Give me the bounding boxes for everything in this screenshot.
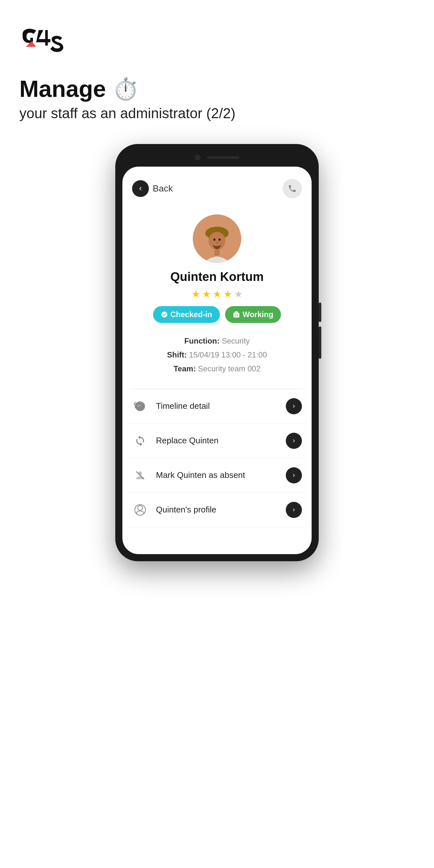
- star-5: ★: [234, 288, 243, 300]
- svg-rect-7: [214, 249, 220, 256]
- function-value: Security: [222, 337, 250, 345]
- header-section: Manage ⏱️ your staff as an administrator…: [20, 75, 236, 121]
- profile-section: Quinten Kortum ★ ★ ★ ★ ★: [122, 205, 312, 389]
- page-wrapper: Manage ⏱️ your staff as an administrator…: [0, 0, 434, 868]
- checked-in-label: Checked-in: [170, 310, 212, 319]
- timeline-label: Timeline detail: [156, 401, 286, 411]
- checked-in-badge: Checked-in: [153, 306, 220, 323]
- speaker-bar: [207, 156, 239, 159]
- back-button[interactable]: Back: [132, 180, 173, 197]
- menu-item-absent[interactable]: Mark Quinten as absent: [127, 458, 307, 493]
- menu-item-replace[interactable]: Replace Quinten: [127, 424, 307, 458]
- timeline-chevron[interactable]: [286, 398, 302, 414]
- team-value: Security team 002: [198, 364, 260, 373]
- header-title: Manage ⏱️: [20, 75, 236, 102]
- profile-menu-icon: [132, 502, 148, 518]
- menu-list: Timeline detail: [122, 389, 312, 527]
- phone-outer: Back: [115, 144, 319, 561]
- header-subtitle: your staff as an administrator (2/2): [20, 105, 236, 121]
- stars-row: ★ ★ ★ ★ ★: [191, 288, 243, 300]
- title-text: Manage: [20, 75, 106, 102]
- app-header: Back: [122, 166, 312, 205]
- team-label: Team:: [174, 364, 196, 373]
- function-line: Function: Security: [167, 334, 267, 348]
- svg-point-5: [219, 239, 221, 241]
- profile-menu-label: Quinten's profile: [156, 505, 286, 515]
- phone-screen: Back: [122, 166, 312, 554]
- phone-call-icon: [288, 184, 297, 193]
- svg-point-4: [213, 239, 215, 241]
- phone-mockup: Back: [115, 144, 319, 561]
- svg-point-6: [216, 242, 218, 243]
- side-button-1: [319, 303, 321, 322]
- info-section: Function: Security Shift: 15/04/19 13:00…: [167, 334, 267, 376]
- phone-call-button[interactable]: [283, 179, 302, 198]
- working-label: Working: [243, 310, 274, 319]
- svg-point-14: [135, 504, 146, 515]
- badges-row: Checked-in Working: [153, 306, 281, 323]
- shift-label: Shift:: [167, 350, 187, 359]
- replace-icon: [132, 433, 148, 449]
- app-content: Back: [122, 166, 312, 527]
- chevron-right-icon-1: [291, 403, 297, 409]
- back-arrow-circle: [132, 180, 149, 197]
- avatar: [193, 214, 241, 263]
- shift-value: 15/04/19 13:00 - 21:00: [189, 350, 267, 359]
- star-1: ★: [191, 288, 200, 300]
- shift-line: Shift: 15/04/19 13:00 - 21:00: [167, 348, 267, 362]
- checked-in-icon: [161, 311, 168, 318]
- chevron-right-icon-3: [291, 472, 297, 478]
- menu-item-profile[interactable]: Quinten's profile: [127, 493, 307, 527]
- profile-chevron[interactable]: [286, 502, 302, 518]
- chevron-right-icon-2: [291, 438, 297, 444]
- team-line: Team: Security team 002: [167, 362, 267, 376]
- phone-top-bar: [122, 151, 312, 164]
- back-arrow-icon: [137, 185, 144, 192]
- star-4: ★: [223, 288, 232, 300]
- star-3: ★: [213, 288, 221, 300]
- absent-chevron[interactable]: [286, 467, 302, 484]
- star-2: ★: [202, 288, 211, 300]
- logo-area: [20, 26, 78, 56]
- working-badge: Working: [225, 306, 281, 323]
- svg-point-13: [138, 505, 143, 510]
- side-buttons: [319, 303, 321, 359]
- camera-dot: [195, 155, 200, 160]
- function-label: Function:: [184, 337, 220, 345]
- avatar-image: [196, 221, 238, 263]
- g4s-logo: [20, 26, 78, 55]
- svg-point-8: [136, 405, 140, 408]
- timeline-icon: [132, 398, 148, 414]
- replace-label: Replace Quinten: [156, 436, 286, 445]
- stopwatch-icon: ⏱️: [113, 76, 139, 101]
- absent-icon: [132, 467, 148, 484]
- absent-label: Mark Quinten as absent: [156, 470, 286, 480]
- menu-item-timeline[interactable]: Timeline detail: [127, 389, 307, 424]
- profile-name: Quinten Kortum: [170, 270, 264, 284]
- replace-chevron[interactable]: [286, 433, 302, 449]
- back-label: Back: [153, 183, 173, 194]
- working-icon: [233, 311, 240, 318]
- svg-point-11: [134, 402, 136, 404]
- side-button-2: [319, 327, 321, 359]
- chevron-right-icon-4: [291, 507, 297, 513]
